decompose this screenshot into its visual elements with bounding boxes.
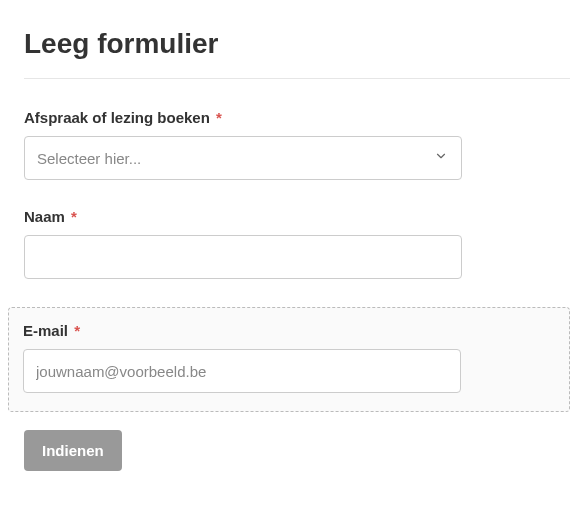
booking-label: Afspraak of lezing boeken *: [24, 109, 570, 126]
email-label: E-mail *: [23, 322, 555, 339]
email-required: *: [74, 322, 80, 339]
email-label-text: E-mail: [23, 322, 68, 339]
divider: [24, 78, 570, 79]
field-booking: Afspraak of lezing boeken * Selecteer hi…: [24, 109, 570, 180]
name-label: Naam *: [24, 208, 570, 225]
email-input[interactable]: [23, 349, 461, 393]
booking-label-text: Afspraak of lezing boeken: [24, 109, 210, 126]
page-title: Leeg formulier: [24, 28, 570, 60]
name-required: *: [71, 208, 77, 225]
booking-select-wrap: Selecteer hier...: [24, 136, 462, 180]
submit-button[interactable]: Indienen: [24, 430, 122, 471]
field-name: Naam *: [24, 208, 570, 279]
booking-required: *: [216, 109, 222, 126]
name-input[interactable]: [24, 235, 462, 279]
booking-select[interactable]: Selecteer hier...: [24, 136, 462, 180]
name-label-text: Naam: [24, 208, 65, 225]
field-email-block: E-mail *: [8, 307, 570, 412]
